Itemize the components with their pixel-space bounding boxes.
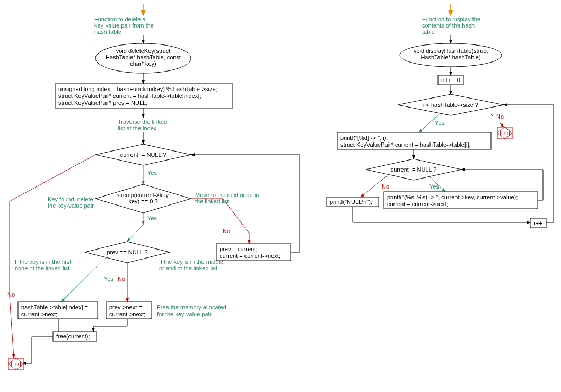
flowchart-displayhashtable: Function to display the contents of the … [327, 4, 554, 228]
comment-text: Key found, delete [48, 196, 93, 202]
node-label: prev = current; [220, 246, 257, 252]
comment-text: If the key is in the first [15, 259, 71, 265]
node-label: struct KeyValuePair* prev = NULL; [58, 100, 147, 106]
comment-text: or end of the linked list [159, 265, 217, 271]
edge-label: No [223, 228, 230, 234]
end-node: End [8, 358, 23, 370]
flowchart-deletekey: Function to delete a key-value pair from… [7, 4, 300, 370]
comment-text: Function to delete a [94, 16, 146, 22]
node-label: current->next; [21, 311, 57, 317]
node-label: key) == 0 ? [128, 198, 157, 204]
comment-text: list at the index [118, 125, 157, 131]
node-label: struct KeyValuePair* current = hashTable… [58, 93, 201, 99]
comment-text: the key-value pair [48, 202, 94, 209]
comment-text: key-value pair from the [94, 22, 154, 29]
edge-label: No [496, 113, 504, 120]
node-label: int i = 0 [441, 77, 460, 83]
edge [22, 337, 53, 363]
node-label: current->next; [109, 311, 145, 317]
edge-label: No [7, 291, 15, 298]
node-label: End [11, 361, 21, 367]
node-label: HashTable* hashTable) [420, 54, 480, 60]
edge-label: Yes [104, 275, 113, 282]
node-label: printf("(%s, %s) -> ", current->key, cur… [387, 194, 518, 200]
edge-no [10, 155, 95, 358]
node-label: printf("[%d] -> ", i); [340, 135, 388, 141]
node-label: current = current->next; [220, 253, 280, 259]
comment-text: Traverse the linked [118, 119, 167, 125]
comment-text: hash table [94, 29, 121, 35]
node-label: void deleteKey(struct [116, 48, 171, 54]
edge-label: No [382, 183, 389, 190]
end-node: End [497, 127, 512, 139]
edge-label: Yes [435, 120, 444, 126]
edge-yes [127, 225, 143, 242]
comment-text: node of the linked list [15, 265, 69, 271]
comment-text: Function to display the [422, 16, 480, 22]
comment-text: the linked list [195, 198, 229, 204]
node-label: current != NULL ? [391, 166, 437, 173]
node-label: End [499, 130, 510, 136]
edge-label: Yes [147, 215, 157, 221]
comment-text: Move to the next node in [195, 192, 259, 198]
node-label: current = current->next; [387, 201, 448, 207]
node-label: HashTable* hashTable, const [106, 54, 181, 60]
edge-no [191, 199, 249, 244]
flowchart-canvas: Function to delete a key-value pair from… [0, 0, 561, 392]
edge-label: No [118, 275, 125, 282]
node-label: void displayHashTable(struct [414, 48, 488, 54]
node-label: unsigned long index = hashFunction(key) … [58, 86, 217, 92]
node-label: hashTable->table[index] = [21, 304, 88, 310]
edge-label: Yes [147, 170, 157, 176]
node-label: printf("NULL\n"); [330, 199, 372, 205]
edge-label: Yes [429, 183, 439, 190]
node-label: i < hashTable->size ? [423, 102, 478, 108]
node-label: free(current); [56, 333, 90, 340]
node-label: struct KeyValuePair* current = hashTable… [340, 141, 471, 148]
node-label: current != NULL ? [120, 152, 166, 158]
node-label: strcmp(current->key, [117, 192, 170, 198]
node-label: char* key) [130, 60, 156, 67]
node-label: i++ [534, 220, 542, 226]
comment-text: If the key is in the middle [159, 259, 223, 265]
comment-text: contents of the hash [422, 22, 475, 29]
comment-text: table [422, 29, 435, 35]
node-label: prev->next = [109, 304, 142, 310]
node-label: prev == NULL ? [107, 249, 147, 255]
comment-text: Free the memory allocated [157, 304, 226, 310]
comment-text: for the key-value pair [157, 311, 212, 317]
